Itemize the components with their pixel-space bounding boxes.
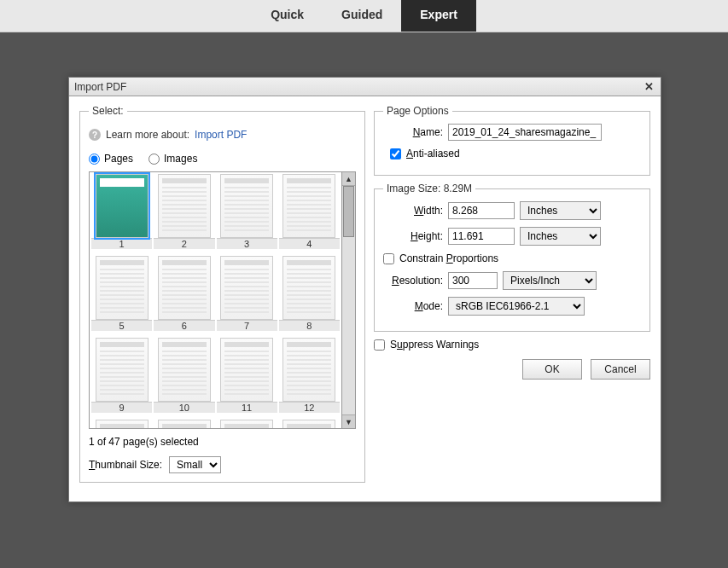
resolution-unit-select[interactable]: Pixels/Inch	[503, 271, 597, 290]
page-thumb[interactable]: 8	[279, 256, 340, 336]
anti-aliased-label: Anti-aliased	[406, 148, 460, 159]
close-icon[interactable]: ✕	[642, 80, 655, 94]
page-thumb[interactable]: 6	[154, 256, 214, 336]
dialog-title: Import PDF	[74, 81, 642, 93]
height-field[interactable]	[448, 228, 515, 245]
resolution-field[interactable]	[448, 272, 498, 289]
radio-pages[interactable]: Pages	[89, 153, 133, 165]
name-field[interactable]	[448, 124, 602, 141]
scroll-down-icon[interactable]: ▼	[342, 414, 355, 428]
page-thumb[interactable]	[91, 420, 152, 428]
page-thumb[interactable]: 9	[91, 338, 152, 418]
width-unit-select[interactable]: Inches	[520, 201, 601, 220]
scroll-up-icon[interactable]: ▲	[342, 172, 355, 186]
image-size-group: Image Size: 8.29M Width: Inches Height: …	[374, 183, 650, 332]
width-field[interactable]	[448, 202, 515, 219]
height-unit-select[interactable]: Inches	[520, 227, 601, 246]
scroll-handle[interactable]	[343, 186, 354, 237]
page-thumb[interactable]	[279, 420, 340, 428]
ok-button[interactable]: OK	[522, 359, 582, 380]
constrain-label: Constrain Proportions	[399, 252, 498, 264]
tab-guided[interactable]: Guided	[323, 0, 401, 32]
thumbs-scrollbar[interactable]: ▲ ▼	[341, 172, 355, 428]
page-thumb[interactable]: 1	[91, 174, 152, 254]
dialog-titlebar: Import PDF ✕	[69, 78, 661, 96]
mode-select[interactable]: sRGB IEC61966-2.1	[448, 297, 585, 316]
suppress-warnings-checkbox[interactable]	[374, 339, 385, 351]
select-legend: Select:	[89, 105, 127, 117]
constrain-checkbox[interactable]	[383, 253, 394, 264]
page-thumbnail-grid[interactable]: 1 2 3 4 5 6 7 8 9 10 11 12	[90, 172, 341, 428]
import-pdf-dialog: Import PDF ✕ Select: ? Learn more about:…	[68, 77, 661, 502]
thumb-size-label: Thumbnail Size:	[89, 459, 162, 471]
image-size-legend: Image Size: 8.29M	[383, 183, 475, 194]
page-thumb[interactable]: 2	[154, 174, 214, 254]
height-label: Height:	[383, 230, 443, 242]
radio-images[interactable]: Images	[149, 153, 197, 165]
mode-tabs: Quick Guided Expert	[0, 0, 728, 32]
page-thumb[interactable]: 7	[217, 256, 277, 336]
page-thumb[interactable]: 12	[279, 338, 340, 418]
cancel-button[interactable]: Cancel	[591, 359, 650, 380]
help-icon[interactable]: ?	[89, 129, 101, 141]
anti-aliased-checkbox[interactable]	[390, 148, 401, 159]
tab-quick[interactable]: Quick	[252, 0, 323, 32]
selection-status: 1 of 47 page(s) selected	[89, 436, 356, 448]
name-label: Name:	[383, 126, 443, 138]
page-thumb[interactable]: 3	[217, 174, 277, 254]
learn-more-link[interactable]: Import PDF	[195, 129, 247, 141]
select-group: Select: ? Learn more about: Import PDF P…	[79, 105, 365, 483]
page-thumb[interactable]: 5	[91, 256, 152, 336]
page-thumb[interactable]: 10	[154, 338, 214, 418]
suppress-warnings-label: Suppress Warnings	[390, 339, 479, 351]
page-thumb[interactable]: 4	[279, 174, 340, 254]
page-options-legend: Page Options	[383, 105, 452, 117]
tab-expert[interactable]: Expert	[401, 0, 476, 32]
mode-label: Mode:	[383, 300, 443, 312]
page-thumb[interactable]	[154, 420, 214, 428]
page-thumb[interactable]: 11	[217, 338, 277, 418]
page-options-group: Page Options Name: Anti-aliased	[374, 105, 650, 176]
resolution-label: Resolution:	[383, 275, 443, 287]
learn-more-label: Learn more about:	[106, 129, 189, 141]
thumb-size-select[interactable]: Small	[169, 456, 221, 473]
width-label: Width:	[383, 205, 443, 217]
page-thumb[interactable]	[217, 420, 277, 428]
